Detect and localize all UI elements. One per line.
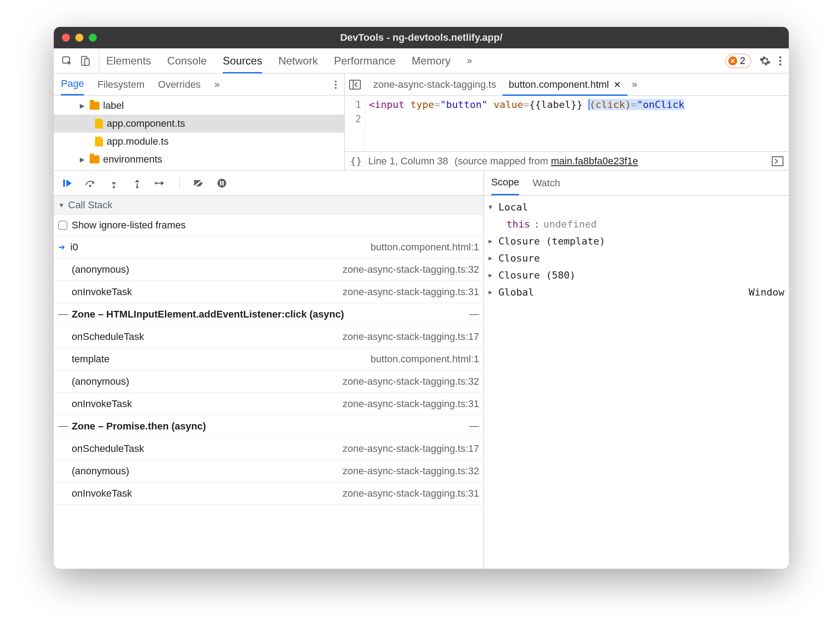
separator — [179, 177, 180, 189]
stack-frame[interactable]: onScheduleTaskzone-async-stack-tagging.t… — [54, 326, 484, 348]
call-stack-pane: ▼ Call Stack Show ignore-listed frames ➔… — [54, 196, 484, 569]
navigator-tab-page[interactable]: Page — [61, 73, 84, 95]
code-line: <input type="button" value={{label}} (cl… — [369, 98, 789, 112]
tab-sources[interactable]: Sources — [223, 48, 262, 73]
code-editor[interactable]: 1 2 <input type="button" value={{label}}… — [345, 96, 789, 151]
inspect-element-icon[interactable] — [62, 56, 73, 66]
tree-folder-label[interactable]: ▶ label — [54, 97, 344, 115]
scope-item[interactable]: ▼Local — [489, 198, 784, 215]
frame-location[interactable]: zone-async-stack-tagging.ts:32 — [343, 376, 480, 387]
disclosure-triangle-icon[interactable]: ▼ — [58, 202, 65, 209]
navigator-tab-filesystem[interactable]: Filesystem — [97, 73, 144, 95]
stack-frame[interactable]: ➔i0button.component.html:1 — [54, 236, 484, 258]
toggle-navigator-icon[interactable] — [349, 80, 361, 90]
stack-frame[interactable]: onScheduleTaskzone-async-stack-tagging.t… — [54, 438, 484, 460]
file-icon — [95, 137, 103, 146]
deactivate-breakpoints-button[interactable] — [192, 177, 205, 189]
error-icon: ✕ — [728, 56, 737, 65]
tree-file-app-module[interactable]: app.module.ts — [54, 133, 344, 150]
scope-label: Closure (580) — [498, 270, 575, 281]
frame-location[interactable]: zone-async-stack-tagging.ts:31 — [343, 398, 480, 410]
scope-value: Window — [749, 287, 784, 298]
error-count-badge[interactable]: ✕ 2 — [725, 54, 751, 68]
folder-icon — [90, 155, 99, 163]
pretty-print-icon[interactable]: {} — [350, 155, 362, 167]
checkbox[interactable] — [58, 221, 67, 230]
scope-item[interactable]: ▶Closure (template) — [489, 232, 784, 249]
frame-location[interactable]: zone-async-stack-tagging.ts:17 — [343, 443, 480, 455]
scope-item[interactable]: ▶GlobalWindow — [489, 283, 784, 301]
stack-frame[interactable]: templatebutton.component.html:1 — [54, 348, 484, 370]
tab-elements[interactable]: Elements — [106, 48, 151, 73]
scope-item[interactable]: this: undefined — [506, 215, 784, 232]
coverage-toggle-icon[interactable] — [772, 156, 783, 166]
stack-frame[interactable]: onInvokeTaskzone-async-stack-tagging.ts:… — [54, 393, 484, 415]
disclosure-triangle-icon[interactable]: ▼ — [489, 203, 495, 210]
frame-location[interactable]: button.component.html:1 — [371, 241, 479, 253]
tab-console[interactable]: Console — [167, 48, 207, 73]
minimize-window-button[interactable] — [75, 34, 83, 42]
svg-rect-2 — [85, 59, 89, 65]
file-tab-zone[interactable]: zone-async-stack-tagging.ts — [367, 73, 502, 95]
step-button[interactable] — [154, 177, 167, 189]
tab-memory[interactable]: Memory — [412, 48, 451, 73]
frame-location[interactable]: zone-async-stack-tagging.ts:17 — [343, 331, 480, 343]
resume-button[interactable] — [61, 177, 74, 189]
scope-item[interactable]: ▶Closure — [489, 249, 784, 266]
tab-scope[interactable]: Scope — [491, 171, 519, 195]
code-content[interactable]: <input type="button" value={{label}} (cl… — [365, 96, 789, 151]
frame-location[interactable]: zone-async-stack-tagging.ts:32 — [343, 465, 480, 477]
file-tab-button-component[interactable]: button.component.html ✕ — [502, 73, 627, 95]
maximize-window-button[interactable] — [89, 34, 97, 42]
tab-performance[interactable]: Performance — [334, 48, 395, 73]
tree-folder-environments[interactable]: ▶ environments — [54, 150, 344, 168]
navigator-kebab-icon[interactable] — [334, 80, 337, 90]
frame-location[interactable]: zone-async-stack-tagging.ts:31 — [343, 488, 480, 499]
frame-location[interactable]: button.component.html:1 — [371, 353, 479, 365]
frame-location[interactable]: zone-async-stack-tagging.ts:31 — [343, 286, 480, 298]
close-tab-icon[interactable]: ✕ — [614, 79, 621, 90]
disclosure-triangle-icon[interactable]: ▶ — [489, 271, 495, 279]
device-toggle-icon[interactable] — [80, 56, 91, 66]
file-tabs-overflow-icon[interactable]: » — [632, 79, 637, 90]
disclosure-triangle-icon[interactable]: ▶ — [80, 156, 86, 163]
frame-name: onInvokeTask — [72, 286, 132, 298]
pause-on-exceptions-button[interactable] — [216, 177, 228, 189]
svg-point-18 — [217, 179, 226, 188]
frame-location[interactable]: zone-async-stack-tagging.ts:32 — [343, 264, 480, 275]
stack-frame[interactable]: (anonymous)zone-async-stack-tagging.ts:3… — [54, 370, 484, 393]
show-ignore-listed-option[interactable]: Show ignore-listed frames — [54, 215, 484, 236]
stack-frame[interactable]: (anonymous)zone-async-stack-tagging.ts:3… — [54, 258, 484, 281]
svg-rect-19 — [220, 181, 221, 185]
call-stack-header[interactable]: ▼ Call Stack — [54, 196, 484, 215]
lower-panes: ▼ Call Stack Show ignore-listed frames ➔… — [54, 195, 789, 569]
step-into-button[interactable] — [108, 177, 120, 189]
line-number: 1 — [345, 98, 361, 112]
stack-frame[interactable]: onInvokeTaskzone-async-stack-tagging.ts:… — [54, 281, 484, 303]
tab-network[interactable]: Network — [278, 48, 318, 73]
frame-name: (anonymous) — [72, 264, 129, 275]
disclosure-triangle-icon[interactable]: ▶ — [80, 102, 86, 109]
navigator-tab-overrides[interactable]: Overrides — [158, 73, 201, 95]
tree-file-app-component[interactable]: app.component.ts — [54, 115, 344, 133]
disclosure-triangle-icon[interactable]: ▶ — [489, 254, 495, 262]
disclosure-triangle-icon[interactable]: ▶ — [489, 237, 495, 245]
step-out-button[interactable] — [131, 177, 143, 189]
stack-frame[interactable]: (anonymous)zone-async-stack-tagging.ts:3… — [54, 460, 484, 482]
navigator-overflow-icon[interactable]: » — [214, 79, 220, 90]
scope-label: Closure (template) — [498, 236, 605, 247]
kebab-menu-icon[interactable] — [779, 56, 782, 66]
frame-name: i0 — [70, 241, 78, 253]
step-over-button[interactable] — [84, 177, 97, 189]
window-title: DevTools - ng-devtools.netlify.app/ — [54, 32, 789, 43]
stack-frame[interactable]: onInvokeTaskzone-async-stack-tagging.ts:… — [54, 482, 484, 505]
tab-watch[interactable]: Watch — [532, 171, 560, 195]
scope-item[interactable]: ▶Closure (580) — [489, 266, 784, 283]
scope-label: Closure — [498, 253, 540, 264]
svg-rect-12 — [63, 180, 65, 187]
settings-gear-icon[interactable] — [759, 55, 771, 67]
source-map-link[interactable]: main.fa8bfa0e23f1e — [551, 155, 638, 167]
tabs-overflow-icon[interactable]: » — [467, 55, 472, 67]
disclosure-triangle-icon[interactable]: ▶ — [489, 288, 495, 296]
close-window-button[interactable] — [62, 34, 70, 42]
